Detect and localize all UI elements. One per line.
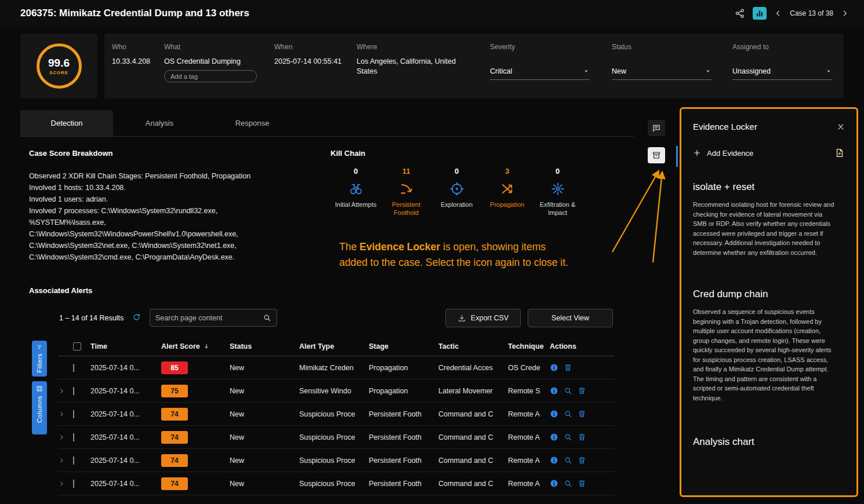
next-case-button[interactable] bbox=[841, 9, 849, 17]
sort-descending-icon[interactable] bbox=[203, 343, 210, 350]
refresh-button[interactable] bbox=[132, 313, 141, 322]
tab-detection[interactable]: Detection bbox=[20, 110, 113, 136]
row-delete-button[interactable] bbox=[578, 456, 586, 465]
row-delete-button[interactable] bbox=[578, 410, 586, 418]
notes-panel-button[interactable] bbox=[648, 120, 665, 136]
add-evidence-button[interactable]: Add Evidence bbox=[693, 149, 753, 158]
add-evidence-label: Add Evidence bbox=[707, 149, 753, 158]
funnel-icon bbox=[36, 345, 43, 350]
previous-case-button[interactable] bbox=[774, 9, 782, 17]
row-checkbox[interactable] bbox=[73, 433, 74, 441]
evidence-item-title: Cred dump chain bbox=[693, 288, 845, 300]
row-delete-button[interactable] bbox=[564, 363, 572, 372]
select-all-checkbox[interactable] bbox=[73, 342, 81, 350]
stage-initial-attempts[interactable]: 0 Initial Attempts bbox=[331, 167, 381, 217]
filters-button[interactable]: Filters bbox=[32, 341, 47, 377]
row-delete-button[interactable] bbox=[578, 386, 586, 395]
row-search-button[interactable] bbox=[564, 386, 572, 395]
column-header-status[interactable]: Status bbox=[230, 342, 299, 350]
trash-icon bbox=[578, 433, 586, 441]
tab-analysis[interactable]: Analysis bbox=[113, 110, 206, 136]
row-expand-button[interactable] bbox=[58, 480, 73, 487]
stage-count: 0 bbox=[331, 167, 381, 176]
share-button[interactable] bbox=[735, 8, 745, 19]
column-header-tactic[interactable]: Tactic bbox=[438, 342, 508, 350]
stage-exfiltration-impact[interactable]: 0 Exfiltration & Impact bbox=[532, 167, 583, 217]
row-info-button[interactable] bbox=[550, 410, 558, 418]
row-info-button[interactable] bbox=[550, 433, 558, 441]
column-header-time[interactable]: Time bbox=[90, 342, 161, 350]
row-search-button[interactable] bbox=[564, 456, 572, 465]
row-expand-button[interactable] bbox=[58, 434, 73, 441]
row-checkbox[interactable] bbox=[73, 456, 74, 465]
status-dropdown[interactable]: New bbox=[612, 67, 711, 80]
add-tag-input[interactable] bbox=[164, 70, 257, 82]
cell-stage: Propagation bbox=[369, 387, 438, 395]
alerts-controls: 1 – 14 of 14 Results Export CSV Select V… bbox=[58, 309, 615, 328]
close-evidence-locker-button[interactable] bbox=[837, 123, 845, 131]
assigned-dropdown[interactable]: Unassigned bbox=[732, 67, 832, 80]
row-info-button[interactable] bbox=[550, 363, 558, 372]
refresh-icon bbox=[132, 313, 141, 322]
search-icon[interactable] bbox=[263, 313, 271, 322]
cell-tactic: Credential Acces bbox=[438, 364, 508, 372]
columns-label: Columns bbox=[36, 396, 43, 423]
row-search-button[interactable] bbox=[564, 479, 572, 488]
column-header-alert-score[interactable]: Alert Score bbox=[161, 342, 230, 350]
reports-button[interactable] bbox=[753, 7, 767, 20]
row-expand-button[interactable] bbox=[58, 411, 73, 418]
row-expand-button[interactable] bbox=[58, 388, 73, 395]
row-info-button[interactable] bbox=[550, 386, 558, 395]
alert-score-badge: 85 bbox=[161, 361, 188, 374]
compass-target-icon bbox=[449, 181, 464, 196]
row-search-button[interactable] bbox=[564, 433, 572, 441]
row-expand-button[interactable] bbox=[58, 364, 73, 371]
row-checkbox[interactable] bbox=[73, 410, 74, 418]
row-info-button[interactable] bbox=[550, 479, 558, 488]
cell-time: 2025-07-14 0... bbox=[90, 387, 161, 395]
magnifier-icon bbox=[564, 456, 572, 465]
tab-response[interactable]: Response bbox=[206, 110, 299, 136]
breakdown-line: Involved 7 processes: C:\Windows\System3… bbox=[29, 205, 289, 263]
stage-exploration[interactable]: 0 Exploration bbox=[431, 167, 482, 217]
severity-dropdown[interactable]: Critical bbox=[490, 67, 590, 80]
assigned-value: Unassigned bbox=[732, 67, 771, 75]
column-header-stage[interactable]: Stage bbox=[369, 342, 438, 350]
row-delete-button[interactable] bbox=[578, 433, 586, 441]
cell-tactic: Lateral Movemer bbox=[438, 387, 508, 395]
row-checkbox[interactable] bbox=[73, 387, 74, 395]
table-row: 2025-07-14 0... 74 New Suspicious Proce … bbox=[58, 472, 615, 495]
add-evidence-file-button[interactable] bbox=[834, 148, 845, 158]
search-input[interactable] bbox=[155, 314, 263, 322]
alert-score-badge: 74 bbox=[161, 454, 188, 467]
alerts-table: Time Alert Score Status Alert Type Stage… bbox=[58, 337, 615, 495]
row-checkbox[interactable] bbox=[73, 364, 74, 372]
row-checkbox[interactable] bbox=[73, 480, 74, 488]
stage-persistent-foothold[interactable]: 11 Persistent Foothold bbox=[381, 167, 431, 217]
chevron-right-icon bbox=[58, 457, 65, 464]
cell-stage: Persistent Footh bbox=[369, 456, 438, 465]
row-search-button[interactable] bbox=[564, 410, 572, 418]
row-info-button[interactable] bbox=[550, 456, 558, 465]
columns-button[interactable]: Columns bbox=[32, 381, 47, 434]
row-delete-button[interactable] bbox=[578, 479, 586, 488]
table-row: 2025-07-14 0... 74 New Suspicious Proce … bbox=[58, 449, 615, 472]
stage-label: Exploration bbox=[435, 200, 479, 209]
info-circle-icon bbox=[550, 386, 558, 395]
column-header-alert-type[interactable]: Alert Type bbox=[299, 342, 369, 350]
field-who: Who 10.33.4.208 bbox=[112, 43, 150, 67]
export-csv-button[interactable]: Export CSV bbox=[445, 309, 521, 327]
row-expand-button[interactable] bbox=[58, 457, 73, 464]
alert-score-badge: 74 bbox=[161, 431, 188, 444]
cell-status: New bbox=[230, 410, 299, 418]
info-circle-icon bbox=[550, 456, 558, 465]
column-header-technique[interactable]: Technique bbox=[508, 342, 550, 350]
evidence-locker-button[interactable] bbox=[648, 147, 665, 163]
severity-value: Critical bbox=[490, 67, 512, 75]
breakdown-lines: Observed 2 XDR Kill Chain Stages: Persis… bbox=[29, 170, 289, 263]
binoculars-icon bbox=[348, 181, 364, 196]
annotation-segment: added to the case. Select the icon again… bbox=[339, 257, 568, 268]
annotation-bold: Evidence Locker bbox=[360, 241, 440, 253]
stage-propagation[interactable]: 3 Propagation bbox=[482, 167, 532, 217]
select-view-button[interactable]: Select View bbox=[528, 309, 613, 327]
